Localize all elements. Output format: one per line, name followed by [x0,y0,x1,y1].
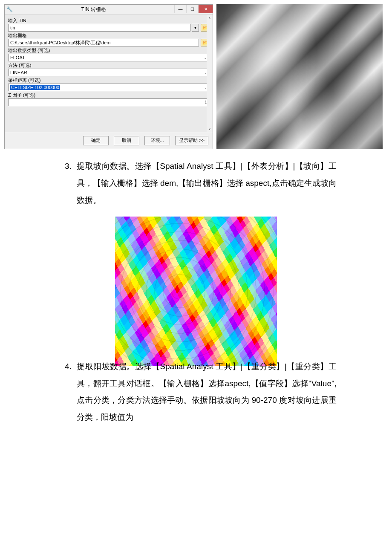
tin-to-raster-dialog: 🔧 TIN 转栅格 — ☐ ✕ 输入 TIN tin ▼ 📂 输出栅格 [4,4,213,149]
tool-icon: 🔧 [6,6,13,13]
output-type-select[interactable]: FLOAT⌄ [8,54,209,61]
dem-raster-image [216,4,383,149]
titlebar: 🔧 TIN 转栅格 — ☐ ✕ [5,5,213,15]
input-tin-dropdown[interactable]: ▼ [192,24,199,32]
help-button[interactable]: 显示帮助 >> [175,136,208,145]
dialog-title: TIN 转栅格 [13,6,174,13]
output-raster-label: 输出栅格 [8,32,209,39]
ok-button[interactable]: 确定 [83,136,109,145]
step-3-num: 3. [65,158,72,175]
input-tin-field[interactable]: tin [8,24,190,32]
scrollbar[interactable]: ∧ ∨ [207,15,213,132]
maximize-button[interactable]: ☐ [186,5,198,13]
sampling-select[interactable]: CELLSIZE 102.000000⌄ [8,84,209,91]
scroll-up-icon[interactable]: ∧ [207,15,213,21]
sampling-label: 采样距离 (可选) [8,77,209,84]
step-4-num: 4. [65,358,72,375]
output-raster-field[interactable]: C:\Users\thinkpad-PC\Desktop\林泽民\工程\dem [8,39,199,46]
cancel-button[interactable]: 取消 [114,136,139,145]
close-button[interactable]: ✕ [198,5,213,13]
zfactor-label: Z 因子 (可选) [8,92,209,98]
step-3-text: 3. 提取坡向数据。选择【Spatial Analyst 工具】|【外表分析】|… [77,158,337,209]
output-type-label: 输出数据类型 (可选) [8,47,209,54]
step-4-text: 4. 提取阳坡数据。选择【Spatial Analyst 工具】|【重分类】|【… [77,358,337,426]
method-select[interactable]: LINEAR⌄ [8,69,209,76]
env-button[interactable]: 环境... [144,136,170,145]
method-label: 方法 (可选) [8,62,209,69]
scroll-down-icon[interactable]: ∨ [207,126,213,132]
minimize-button[interactable]: — [174,5,186,13]
input-tin-label: 输入 TIN [8,17,209,24]
aspect-raster-image [115,217,277,366]
zfactor-field[interactable]: 1 [8,98,209,106]
